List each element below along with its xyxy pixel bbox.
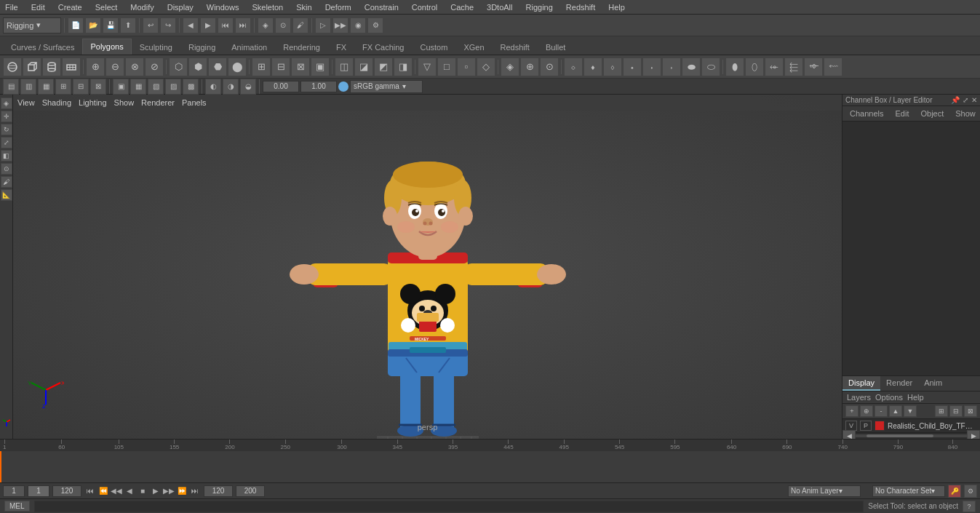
panel-pin-icon[interactable]: 📌	[951, 96, 960, 104]
uv-btn[interactable]: □	[437, 57, 456, 76]
normals-btn[interactable]: ▽	[418, 57, 437, 76]
view-opt-2[interactable]: ▥	[20, 79, 36, 95]
combine-btn[interactable]: ⊕	[86, 57, 105, 76]
menu-constrain[interactable]: Constrain	[362, 3, 401, 12]
extrude-btn[interactable]: ⬡	[169, 57, 188, 76]
tab-custom[interactable]: Custom	[413, 39, 456, 55]
menu-redshift[interactable]: Redshift	[564, 3, 597, 12]
poke-btn[interactable]: ◩	[374, 57, 393, 76]
anim-layer-dropdown[interactable]: No Anim Layer ▾	[788, 485, 861, 497]
prev-key-frame-btn[interactable]: ◀◀	[111, 485, 122, 497]
tab-xgen[interactable]: XGen	[455, 39, 492, 55]
rig8-btn[interactable]: ⬭	[701, 57, 720, 76]
timeline-ruler[interactable]: 1 60 105 155 200 250	[0, 440, 980, 451]
rotate-tool-btn[interactable]: ↻	[1, 124, 12, 135]
stop-btn[interactable]: ■	[137, 485, 148, 497]
render2-btn[interactable]: ▶▶	[332, 17, 348, 33]
playback-max-input[interactable]	[236, 485, 265, 497]
ipr-btn[interactable]: ◉	[350, 17, 366, 33]
color-space-dropdown[interactable]: sRGB gamma ▾	[350, 80, 423, 93]
slide-edge-btn[interactable]: ▣	[311, 57, 330, 76]
offset-edge-btn[interactable]: ⊟	[271, 57, 290, 76]
deform1-btn[interactable]: ⬮	[725, 57, 744, 76]
menu-rigging[interactable]: Rigging	[524, 3, 555, 12]
deform5-btn[interactable]: ⬲	[804, 57, 823, 76]
play-forward-btn[interactable]: ▶	[150, 485, 162, 497]
menu-help[interactable]: Help	[606, 3, 627, 12]
soft-sel-btn[interactable]: ⊙	[1, 163, 12, 175]
view-opt-7[interactable]: ◒	[240, 79, 256, 95]
view-opt-3[interactable]: ▦	[38, 79, 54, 95]
render-settings-btn[interactable]: ⚙	[367, 17, 383, 33]
select-mode-btn[interactable]: ◈	[258, 17, 274, 33]
timeline-track[interactable]	[0, 451, 980, 482]
bool-btn[interactable]: ⊘	[145, 57, 164, 76]
tab-animation[interactable]: Animation	[223, 39, 275, 55]
render-btn[interactable]: ▷	[315, 17, 331, 33]
show-tab[interactable]: Show	[952, 108, 979, 119]
tab-fx[interactable]: FX	[328, 39, 354, 55]
menu-select[interactable]: Select	[93, 3, 120, 12]
menu-create[interactable]: Create	[56, 3, 84, 12]
panel-close-icon[interactable]: ✕	[971, 96, 977, 104]
go-to-end-btn[interactable]: ⏭	[189, 485, 201, 497]
new-scene-btn[interactable]: 📄	[68, 17, 84, 33]
auto-key-btn[interactable]: 🔑	[948, 485, 961, 498]
view-opt-cam[interactable]: ⊠	[90, 79, 106, 95]
object-tab[interactable]: Object	[917, 108, 947, 119]
color-btn[interactable]: ◇	[477, 57, 495, 76]
edit-tab[interactable]: Edit	[892, 108, 912, 119]
vp-shading-menu[interactable]: Shading	[42, 98, 71, 107]
deform3-btn[interactable]: ⬰	[765, 57, 784, 76]
vp-lighting-menu[interactable]: Lighting	[79, 98, 107, 107]
layer-scrollbar[interactable]: ◀ ▶	[842, 433, 980, 439]
scale-tool-btn[interactable]: ⤢	[1, 137, 12, 148]
view-opt-textured[interactable]: ▧	[148, 79, 164, 95]
scroll-left-btn[interactable]: ◀	[842, 430, 856, 439]
menu-control[interactable]: Control	[410, 3, 439, 12]
scroll-thumb[interactable]	[867, 434, 933, 437]
grow-sel-btn[interactable]: ⊙	[540, 57, 559, 76]
anim-settings-btn[interactable]: ⚙	[964, 485, 977, 498]
mel-python-toggle[interactable]: MEL	[4, 501, 30, 512]
view-opt-grid[interactable]: ⊟	[73, 79, 89, 95]
extract-btn[interactable]: ⊗	[125, 57, 144, 76]
paint-btn[interactable]: 🖌	[292, 17, 308, 33]
select-tool-btn[interactable]: ◈	[1, 98, 12, 109]
vp-view-menu[interactable]: View	[17, 98, 35, 107]
step-back-btn[interactable]: ⏪	[97, 485, 109, 497]
menu-display[interactable]: Display	[165, 3, 196, 12]
move-tool-btn[interactable]: ✛	[1, 111, 12, 122]
loop-sel-btn[interactable]: ◈	[501, 57, 519, 76]
rig3-btn[interactable]: ⬨	[603, 57, 622, 76]
menu-edit[interactable]: Edit	[29, 3, 47, 12]
add-div-btn[interactable]: ⊠	[291, 57, 310, 76]
save-scene-btn[interactable]: 💾	[103, 17, 119, 33]
layer-visibility-btn[interactable]: V	[845, 421, 857, 431]
menu-modify[interactable]: Modify	[128, 3, 156, 12]
view-opt-5[interactable]: ◐	[205, 79, 221, 95]
ring-sel-btn[interactable]: ⊕	[520, 57, 539, 76]
mode-selector[interactable]: Rigging ▾	[3, 17, 61, 33]
step-forward-btn[interactable]: ⏩	[176, 485, 188, 497]
vp-renderer-menu[interactable]: Renderer	[141, 98, 175, 107]
character-set-dropdown[interactable]: No Character Set ▾	[872, 485, 945, 497]
menu-skeleton[interactable]: Skeleton	[250, 3, 285, 12]
sphere-btn[interactable]	[3, 57, 22, 76]
current-frame-input[interactable]	[28, 485, 49, 497]
scroll-right-btn[interactable]: ▶	[967, 430, 980, 439]
menu-deform[interactable]: Deform	[323, 3, 354, 12]
exposure-input[interactable]	[263, 81, 299, 92]
gamma-input[interactable]	[300, 81, 337, 92]
help-line-btn[interactable]: ?	[963, 501, 976, 512]
deform6-btn[interactable]: ⬳	[824, 57, 842, 76]
prev-key-btn[interactable]: ⏮	[218, 17, 234, 33]
rig4-btn[interactable]: ⬩	[623, 57, 642, 76]
uv2-btn[interactable]: ▫	[457, 57, 476, 76]
tab-curves-surfaces[interactable]: Curves / Surfaces	[3, 39, 82, 55]
rig2-btn[interactable]: ⬧	[583, 57, 602, 76]
range-end-input[interactable]	[52, 485, 81, 497]
command-line-input[interactable]	[34, 501, 864, 512]
tab-sculpting[interactable]: Sculpting	[132, 39, 180, 55]
move-layer-down-btn[interactable]: ▼	[904, 405, 917, 417]
